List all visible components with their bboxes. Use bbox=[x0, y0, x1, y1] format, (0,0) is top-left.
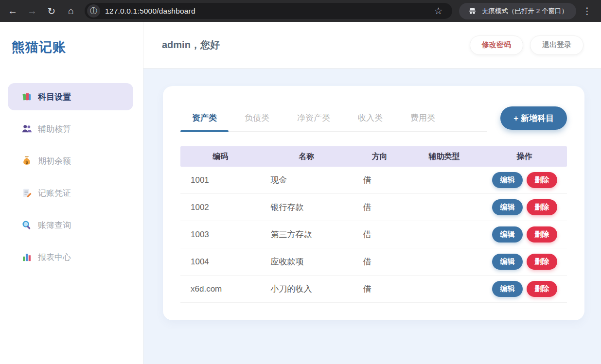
edit-button[interactable]: 编辑 bbox=[492, 254, 523, 270]
bar-chart-icon bbox=[21, 252, 32, 262]
sidebar-item[interactable]: 科目设置 bbox=[8, 83, 133, 110]
sidebar-item-label: 科目设置 bbox=[38, 91, 71, 103]
delete-button[interactable]: 删除 bbox=[527, 199, 557, 215]
page-header: admin，您好 修改密码 退出登录 bbox=[143, 22, 601, 69]
category-tab[interactable]: 净资产类 bbox=[285, 106, 342, 131]
cell-direction: 借 bbox=[353, 256, 407, 267]
cell-name: 第三方存款 bbox=[261, 229, 353, 240]
books-icon bbox=[21, 91, 32, 102]
category-tab[interactable]: 收入类 bbox=[346, 106, 394, 131]
table-row: 1001 现金 借 编辑 删除 bbox=[180, 167, 567, 194]
user-greeting: admin，您好 bbox=[162, 38, 220, 52]
add-subject-button[interactable]: + 新增科目 bbox=[500, 106, 567, 130]
sidebar-item-label: 报表中心 bbox=[38, 252, 71, 263]
edit-button[interactable]: 编辑 bbox=[492, 226, 523, 243]
app-frame: 熊猫记账 科目设置 辅助核算 $ 期初余额 bbox=[0, 22, 601, 364]
cell-code: 1003 bbox=[180, 230, 261, 240]
subjects-table: 编码 名称 方向 辅助类型 操作 1001 现金 借 bbox=[180, 146, 567, 303]
col-header-name: 名称 bbox=[261, 152, 353, 162]
cell-name: 现金 bbox=[261, 174, 353, 186]
sidebar-item-label: 期初余额 bbox=[38, 156, 71, 167]
cell-actions: 编辑 删除 bbox=[482, 254, 567, 270]
incognito-label: 无痕模式（已打开 2 个窗口） bbox=[482, 7, 568, 16]
sidebar: 熊猫记账 科目设置 辅助核算 $ 期初余额 bbox=[0, 22, 143, 364]
table-body: 1001 现金 借 编辑 删除 1002 bbox=[180, 167, 567, 303]
page-info-icon[interactable]: ⓘ bbox=[87, 4, 100, 17]
cell-direction: 借 bbox=[353, 229, 407, 240]
sidebar-nav: 科目设置 辅助核算 $ 期初余额 记账凭证 bbox=[0, 83, 143, 271]
change-password-button[interactable]: 修改密码 bbox=[470, 35, 523, 55]
url-text[interactable]: 127.0.0.1:5000/dashboard bbox=[105, 7, 195, 16]
home-icon[interactable]: ⌂ bbox=[62, 2, 80, 20]
table-row: 1004 应收款项 借 编辑 删除 bbox=[180, 248, 567, 276]
delete-button[interactable]: 删除 bbox=[527, 172, 557, 188]
cell-code: 1004 bbox=[180, 257, 261, 267]
incognito-badge: 无痕模式（已打开 2 个窗口） bbox=[459, 3, 576, 19]
category-tabs: 资产类 负债类 净资产类 收入类 bbox=[180, 106, 487, 132]
cell-actions: 编辑 删除 bbox=[482, 226, 567, 243]
cell-code: x6d.com bbox=[180, 284, 261, 294]
svg-text:$: $ bbox=[26, 160, 28, 165]
sidebar-item-label: 辅助核算 bbox=[38, 123, 71, 135]
edit-button[interactable]: 编辑 bbox=[492, 172, 523, 188]
category-tab[interactable]: 资产类 bbox=[180, 106, 229, 131]
search-icon bbox=[21, 220, 32, 230]
logout-button[interactable]: 退出登录 bbox=[530, 35, 583, 55]
category-tab[interactable]: 负债类 bbox=[233, 106, 281, 131]
sidebar-item[interactable]: 报表中心 bbox=[8, 243, 133, 271]
tab-label: 费用类 bbox=[410, 113, 435, 122]
cell-name: 应收款项 bbox=[261, 256, 353, 267]
sidebar-item[interactable]: $ 期初余额 bbox=[8, 147, 133, 174]
cell-direction: 借 bbox=[353, 202, 407, 213]
subjects-card: 资产类 负债类 净资产类 收入类 bbox=[163, 86, 584, 320]
back-icon[interactable]: ← bbox=[4, 2, 21, 20]
cell-actions: 编辑 删除 bbox=[482, 281, 567, 297]
tab-label: 净资产类 bbox=[297, 113, 330, 122]
content: 资产类 负债类 净资产类 收入类 bbox=[143, 69, 601, 320]
browser-menu-icon[interactable]: ⋮ bbox=[578, 5, 596, 17]
col-header-actions: 操作 bbox=[482, 152, 567, 162]
money-bag-icon: $ bbox=[21, 156, 32, 166]
sidebar-item[interactable]: 辅助核算 bbox=[8, 115, 133, 142]
cell-name: 小刀的收入 bbox=[261, 283, 353, 295]
card-top: 资产类 负债类 净资产类 收入类 bbox=[180, 106, 567, 132]
cell-actions: 编辑 删除 bbox=[482, 199, 567, 215]
cell-code: 1002 bbox=[180, 203, 261, 212]
address-bar[interactable]: ⓘ 127.0.0.1:5000/dashboard ☆ bbox=[85, 3, 452, 19]
app-title: 熊猫记账 bbox=[0, 38, 143, 56]
category-tab[interactable]: 费用类 bbox=[399, 106, 447, 131]
table-header-row: 编码 名称 方向 辅助类型 操作 bbox=[180, 146, 567, 167]
cell-code: 1001 bbox=[180, 175, 261, 185]
table-row: x6d.com 小刀的收入 借 编辑 删除 bbox=[180, 276, 567, 303]
delete-button[interactable]: 删除 bbox=[527, 226, 557, 243]
tab-label: 收入类 bbox=[358, 113, 383, 122]
sidebar-item[interactable]: 记账凭证 bbox=[8, 179, 133, 207]
cell-direction: 借 bbox=[353, 283, 407, 295]
col-header-aux-type: 辅助类型 bbox=[407, 152, 482, 162]
sidebar-item-label: 记账凭证 bbox=[38, 188, 71, 199]
browser-toolbar: ← → ↻ ⌂ ⓘ 127.0.0.1:5000/dashboard ☆ 无痕模… bbox=[0, 0, 601, 22]
users-icon bbox=[21, 123, 32, 134]
forward-icon: → bbox=[23, 2, 41, 20]
cell-direction: 借 bbox=[353, 174, 407, 186]
tab-label: 负债类 bbox=[245, 113, 269, 122]
delete-button[interactable]: 删除 bbox=[527, 281, 557, 297]
table-row: 1003 第三方存款 借 编辑 删除 bbox=[180, 221, 567, 248]
delete-button[interactable]: 删除 bbox=[527, 254, 557, 270]
sidebar-item-label: 账簿查询 bbox=[38, 220, 71, 231]
incognito-icon bbox=[467, 6, 477, 16]
header-actions: 修改密码 退出登录 bbox=[470, 35, 583, 55]
col-header-direction: 方向 bbox=[353, 152, 407, 162]
table-row: 1002 银行存款 借 编辑 删除 bbox=[180, 194, 567, 221]
bookmark-star-icon[interactable]: ☆ bbox=[431, 5, 445, 17]
tab-label: 资产类 bbox=[192, 113, 217, 122]
cell-name: 银行存款 bbox=[261, 202, 353, 213]
edit-button[interactable]: 编辑 bbox=[492, 281, 523, 297]
reload-icon[interactable]: ↻ bbox=[43, 2, 60, 20]
sidebar-item[interactable]: 账簿查询 bbox=[8, 211, 133, 239]
cell-actions: 编辑 删除 bbox=[482, 172, 567, 188]
edit-button[interactable]: 编辑 bbox=[492, 199, 523, 215]
memo-icon bbox=[21, 188, 32, 198]
main-area: admin，您好 修改密码 退出登录 资产类 bbox=[143, 22, 601, 364]
col-header-code: 编码 bbox=[180, 152, 261, 162]
